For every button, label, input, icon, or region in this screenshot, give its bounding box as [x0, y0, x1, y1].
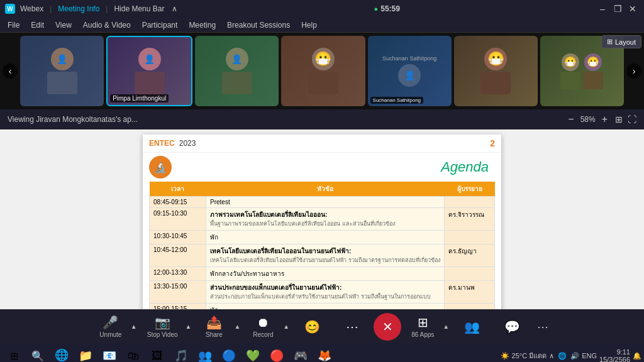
table-row: Pretest [206, 197, 445, 208]
taskbar-app-acrobat[interactable]: 🔴 [265, 344, 288, 362]
fullscreen-button[interactable]: ⛶ [628, 114, 636, 124]
unmute-dropdown[interactable]: ▲ [130, 323, 138, 330]
table-row: 13:30-15:00 [150, 281, 206, 304]
apps-dropdown[interactable]: ▲ [441, 323, 450, 330]
weather-widget[interactable]: ☀️ 25°C มีแดด [501, 350, 547, 361]
meeting-timer: 55:59 [380, 4, 400, 13]
taskbar-search-button[interactable]: 🔍 [26, 344, 49, 362]
table-row [445, 267, 495, 281]
share-controls: ⊞ ⛶ [615, 114, 636, 124]
overflow-button[interactable]: ⋯ [533, 317, 552, 336]
share-button[interactable]: 📤 Share [195, 312, 233, 341]
network-icon: 🌐 [558, 352, 567, 360]
taskbar-app-mail[interactable]: 📧 [98, 344, 121, 362]
avatar: 😷 [312, 48, 335, 70]
presentation-slide: ENTEC 2023 2 🔬 Agenda เวลา หัวข้อ ผู้บรร… [143, 134, 501, 309]
taskbar-app-extra2[interactable]: 🦊 [313, 344, 336, 362]
body-shape [480, 72, 511, 94]
unmute-button[interactable]: 🎤 Unmute [92, 312, 130, 341]
end-call-button[interactable]: ✕ [374, 313, 401, 341]
restore-button[interactable]: ❐ [611, 3, 624, 15]
video-participant-suchanan[interactable]: Suchanan Sathitpong 👤 Suchanan Sathitpon… [368, 36, 452, 106]
participants-button[interactable]: 👥 [453, 317, 491, 337]
taskbar-app-teams[interactable]: 👥 [194, 344, 216, 362]
fit-screen-button[interactable]: ⊞ [615, 114, 623, 124]
window-controls: – ❐ ✕ [596, 3, 639, 15]
menu-participant[interactable]: Participant [137, 19, 183, 31]
table-row: ดร.จิราวรรณ [445, 208, 495, 231]
table-row [445, 197, 495, 208]
weather-temp: 25°C มีแดด [512, 350, 547, 361]
apps-button[interactable]: ⊞ 86 Apps [404, 312, 441, 341]
zoom-out-button[interactable]: − [565, 114, 576, 125]
system-tray: ∧ 🌐 🔊 [549, 352, 579, 360]
more-button[interactable]: ⋯ [333, 317, 371, 337]
taskbar-app-spotify[interactable]: 🎵 [170, 344, 192, 362]
menu-help[interactable]: Help [296, 19, 322, 31]
chat-button[interactable]: 💬 [493, 317, 531, 337]
menu-view[interactable]: View [50, 19, 77, 31]
taskbar-app-line[interactable]: 💚 [242, 344, 264, 362]
menu-edit[interactable]: Edit [26, 19, 49, 31]
sharing-label: Viewing Jiravan Mongkoltanatas's ap... [8, 115, 560, 124]
avatar: 😷 [562, 53, 579, 71]
titlebar-center: ● 55:59 [374, 4, 400, 13]
record-dropdown[interactable]: ▲ [282, 323, 291, 330]
microphone-icon: 🎤 [103, 315, 118, 330]
taskbar-app-photos[interactable]: 🖼 [146, 344, 169, 362]
hide-menu-link[interactable]: Hide Menu Bar [114, 4, 164, 13]
notification-icon[interactable]: 🔔 [633, 352, 641, 360]
body-shape [47, 72, 77, 94]
start-button[interactable]: ⊞ [3, 344, 25, 362]
minimize-button[interactable]: – [596, 3, 609, 15]
video-dropdown[interactable]: ▲ [184, 323, 193, 330]
slide-logo: 🔬 [149, 156, 172, 178]
zoom-controls: − 58% + [565, 114, 610, 125]
meeting-info-link[interactable]: Meeting Info [58, 4, 99, 13]
menu-meeting[interactable]: Meeting [184, 19, 221, 31]
video-participant-4[interactable]: 😷 [281, 36, 365, 106]
menu-file[interactable]: File [3, 19, 25, 31]
video-participant-3[interactable]: 👤 [195, 36, 279, 106]
title-bar: W Webex | Meeting Info | Hide Menu Bar ∧… [0, 0, 644, 18]
record-button[interactable]: ⏺ Record [244, 313, 282, 341]
zoom-level: 58% [580, 115, 596, 124]
clock[interactable]: 9:11 15/3/2566 [599, 348, 630, 362]
table-row: 10:45-12:00 [150, 244, 206, 267]
sharing-bar: Viewing Jiravan Mongkoltanatas's ap... −… [0, 109, 644, 129]
taskbar-app-chrome[interactable]: 🔵 [218, 344, 240, 362]
table-row: 08:45-09:15 [150, 197, 206, 208]
layout-button[interactable]: ⊞ Layout [601, 35, 641, 48]
menu-breakout[interactable]: Breakout Sessions [222, 19, 295, 31]
video-participant-1[interactable]: 👤 [20, 36, 104, 106]
stop-video-group: 📷 Stop Video ▲ [141, 312, 193, 341]
table-row [445, 304, 495, 310]
share-dropdown[interactable]: ▲ [233, 323, 242, 330]
body-shape [583, 72, 603, 89]
taskbar-right: ☀️ 25°C มีแดด ∧ 🌐 🔊 ENG 9:11 15/3/2566 🔔 [501, 348, 641, 362]
tray-arrow[interactable]: ∧ [549, 352, 554, 360]
stop-video-button[interactable]: 📷 Stop Video [141, 312, 184, 341]
taskbar-app-store[interactable]: 🛍 [122, 344, 145, 362]
zoom-in-button[interactable]: + [599, 114, 610, 125]
menu-bar: File Edit View Audio & Video Participant… [0, 18, 644, 33]
avatar: 👤 [138, 48, 161, 70]
close-button[interactable]: ✕ [626, 3, 639, 15]
table-row: ดร.ธัญญา [445, 244, 495, 267]
weather-icon: ☀️ [501, 352, 509, 360]
table-row: 12:00-13:30 [150, 267, 206, 281]
taskbar-app-extra1[interactable]: 🎮 [289, 344, 312, 362]
col-header-topic: หัวข้อ [206, 182, 445, 197]
table-row: เทคโนโลยีแบตเตอรี่ลิเทียมไอออนในยานยนต์ไ… [206, 244, 445, 267]
video-participant-pimpa[interactable]: 👤 Pimpa Limthongkul [106, 36, 192, 106]
video-participant-6[interactable]: 😷 [454, 36, 538, 106]
name-card: Suchanan Sathitpong 👤 [382, 55, 436, 87]
camera-icon: 📷 [155, 315, 170, 330]
taskbar-app-explorer[interactable]: 📁 [74, 344, 97, 362]
prev-nav-button[interactable]: ‹ [3, 63, 18, 79]
reactions-button[interactable]: 😊 [293, 317, 331, 337]
next-nav-button[interactable]: › [626, 63, 641, 79]
taskbar-app-edge[interactable]: 🌐 [50, 344, 73, 362]
content-area: ENTEC 2023 2 🔬 Agenda เวลา หัวข้อ ผู้บรร… [0, 129, 644, 309]
menu-audio-video[interactable]: Audio & Video [78, 19, 136, 31]
